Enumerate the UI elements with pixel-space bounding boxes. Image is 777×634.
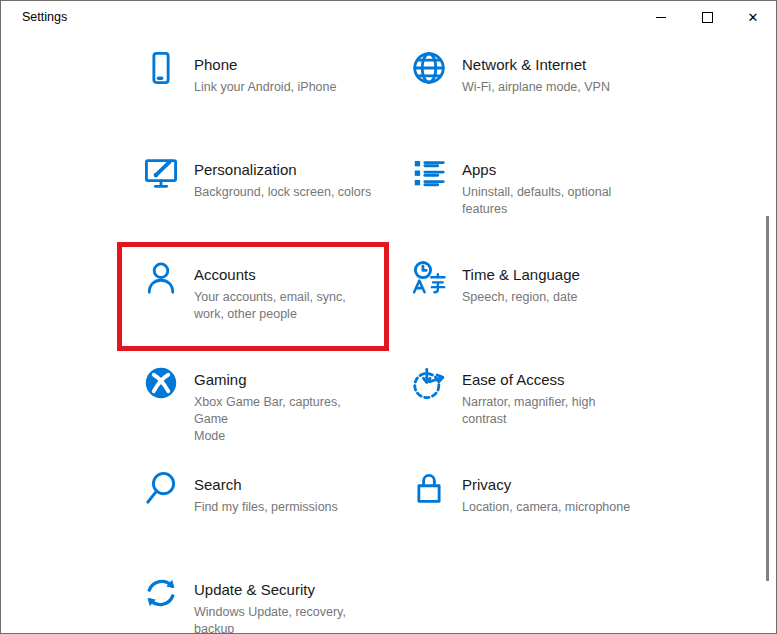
minimize-icon <box>656 17 666 18</box>
person-icon <box>141 258 181 298</box>
maximize-button[interactable] <box>684 1 730 33</box>
tile-title: Network & Internet <box>462 56 586 73</box>
vertical-scrollbar[interactable] <box>766 216 769 581</box>
sync-icon <box>141 573 181 613</box>
tile-subtitle: Windows Update, recovery, backup <box>194 604 376 634</box>
tile-accounts[interactable]: Accounts Your accounts, email, sync, wor… <box>119 244 387 349</box>
tile-personalization[interactable]: Personalization Background, lock screen,… <box>119 139 387 244</box>
close-button[interactable]: ✕ <box>730 1 776 33</box>
tile-ease-of-access[interactable]: Ease of Access Narrator, magnifier, high… <box>387 349 655 454</box>
maximize-icon <box>702 12 713 23</box>
lock-icon <box>409 468 449 508</box>
xbox-icon <box>141 363 181 403</box>
settings-tile-grid: Phone Link your Android, iPhone Network … <box>1 33 777 634</box>
tile-subtitle: Speech, region, date <box>462 289 644 306</box>
tile-title: Ease of Access <box>462 371 565 388</box>
clock-language-icon <box>409 258 449 298</box>
tile-title: Search <box>194 476 242 493</box>
tile-network[interactable]: Network & Internet Wi-Fi, airplane mode,… <box>387 34 655 139</box>
tile-time-language[interactable]: Time & Language Speech, region, date <box>387 244 655 349</box>
tile-title: Privacy <box>462 476 511 493</box>
tile-subtitle: Your accounts, email, sync, work, other … <box>194 289 376 323</box>
tile-title: Personalization <box>194 161 297 178</box>
tile-phone[interactable]: Phone Link your Android, iPhone <box>119 34 387 139</box>
minimize-button[interactable] <box>638 1 684 33</box>
tile-subtitle: Find my files, permissions <box>194 499 376 516</box>
tile-subtitle: Xbox Game Bar, captures, Game Mode <box>194 394 376 445</box>
ease-of-access-icon <box>409 363 449 403</box>
title-bar: Settings ✕ <box>1 1 776 33</box>
tile-gaming[interactable]: Gaming Xbox Game Bar, captures, Game Mod… <box>119 349 387 454</box>
tile-title: Update & Security <box>194 581 315 598</box>
tile-subtitle: Wi-Fi, airplane mode, VPN <box>462 79 644 96</box>
tile-apps[interactable]: Apps Uninstall, defaults, optional featu… <box>387 139 655 244</box>
settings-window: Settings ✕ Phone Link your Android, iPho… <box>0 0 777 634</box>
tile-title: Apps <box>462 161 496 178</box>
tile-title: Accounts <box>194 266 256 283</box>
search-icon <box>141 468 181 508</box>
globe-icon <box>409 48 449 88</box>
tile-search[interactable]: Search Find my files, permissions <box>119 454 387 559</box>
tile-privacy[interactable]: Privacy Location, camera, microphone <box>387 454 655 559</box>
personalization-icon <box>141 153 181 193</box>
window-title: Settings <box>22 10 67 24</box>
tile-subtitle: Link your Android, iPhone <box>194 79 376 96</box>
tile-subtitle: Background, lock screen, colors <box>194 184 376 201</box>
tile-subtitle: Narrator, magnifier, high contrast <box>462 394 644 428</box>
phone-icon <box>141 48 181 88</box>
tile-subtitle: Location, camera, microphone <box>462 499 644 516</box>
apps-list-icon <box>409 153 449 193</box>
close-icon: ✕ <box>748 11 759 24</box>
tile-update-security[interactable]: Update & Security Windows Update, recove… <box>119 559 387 634</box>
tile-title: Gaming <box>194 371 247 388</box>
tile-title: Phone <box>194 56 237 73</box>
tile-title: Time & Language <box>462 266 580 283</box>
tile-subtitle: Uninstall, defaults, optional features <box>462 184 644 218</box>
